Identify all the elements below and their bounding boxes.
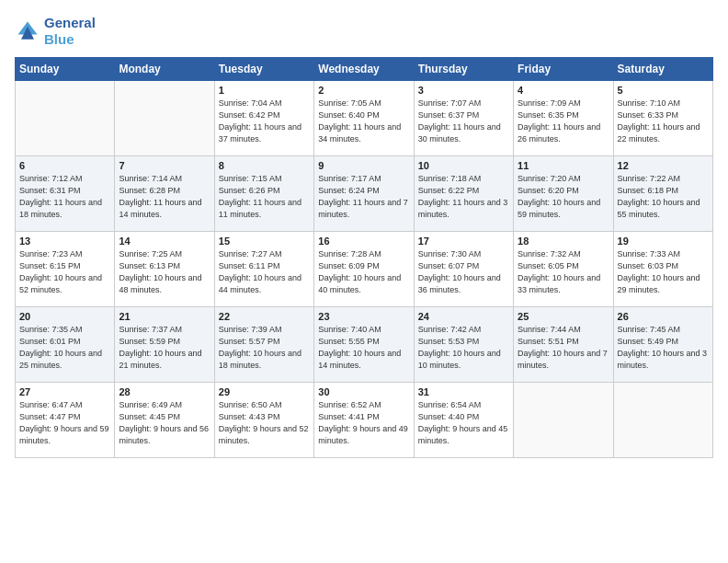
day-info: Sunrise: 7:45 AM Sunset: 5:49 PM Dayligh… <box>618 324 709 372</box>
day-number: 18 <box>518 236 609 247</box>
day-number: 8 <box>219 160 310 171</box>
day-cell: 5Sunrise: 7:10 AM Sunset: 6:33 PM Daylig… <box>613 81 712 156</box>
day-cell: 28Sunrise: 6:49 AM Sunset: 4:45 PM Dayli… <box>115 383 214 458</box>
day-number: 20 <box>19 311 110 322</box>
day-info: Sunrise: 7:22 AM Sunset: 6:18 PM Dayligh… <box>618 173 709 221</box>
week-row-1: 1Sunrise: 7:04 AM Sunset: 6:42 PM Daylig… <box>16 81 713 156</box>
day-info: Sunrise: 7:37 AM Sunset: 5:59 PM Dayligh… <box>119 324 210 372</box>
day-number: 5 <box>618 85 709 96</box>
day-cell: 19Sunrise: 7:33 AM Sunset: 6:03 PM Dayli… <box>613 232 712 307</box>
day-cell: 29Sunrise: 6:50 AM Sunset: 4:43 PM Dayli… <box>214 383 313 458</box>
day-cell <box>514 383 613 458</box>
day-info: Sunrise: 7:42 AM Sunset: 5:53 PM Dayligh… <box>418 324 509 372</box>
weekday-header-friday: Friday <box>514 58 613 81</box>
day-cell: 12Sunrise: 7:22 AM Sunset: 6:18 PM Dayli… <box>613 156 712 232</box>
day-cell: 2Sunrise: 7:05 AM Sunset: 6:40 PM Daylig… <box>314 81 414 156</box>
day-number: 7 <box>119 160 210 171</box>
day-info: Sunrise: 6:54 AM Sunset: 4:40 PM Dayligh… <box>418 399 509 447</box>
day-cell: 27Sunrise: 6:47 AM Sunset: 4:47 PM Dayli… <box>16 383 115 458</box>
day-cell: 6Sunrise: 7:12 AM Sunset: 6:31 PM Daylig… <box>16 156 115 232</box>
week-row-5: 27Sunrise: 6:47 AM Sunset: 4:47 PM Dayli… <box>16 383 713 458</box>
week-row-3: 13Sunrise: 7:23 AM Sunset: 6:15 PM Dayli… <box>16 232 713 307</box>
day-info: Sunrise: 7:15 AM Sunset: 6:26 PM Dayligh… <box>219 173 310 221</box>
day-number: 9 <box>318 160 409 171</box>
day-cell: 13Sunrise: 7:23 AM Sunset: 6:15 PM Dayli… <box>16 232 115 307</box>
day-number: 11 <box>518 160 609 171</box>
day-number: 24 <box>418 311 509 322</box>
day-info: Sunrise: 7:10 AM Sunset: 6:33 PM Dayligh… <box>618 98 709 145</box>
weekday-header-saturday: Saturday <box>613 58 712 81</box>
day-cell: 15Sunrise: 7:27 AM Sunset: 6:11 PM Dayli… <box>214 232 313 307</box>
day-cell: 16Sunrise: 7:28 AM Sunset: 6:09 PM Dayli… <box>314 232 414 307</box>
day-number: 17 <box>418 236 509 247</box>
day-info: Sunrise: 7:20 AM Sunset: 6:20 PM Dayligh… <box>518 173 609 221</box>
day-number: 25 <box>518 311 609 322</box>
day-cell: 11Sunrise: 7:20 AM Sunset: 6:20 PM Dayli… <box>514 156 613 232</box>
day-info: Sunrise: 7:39 AM Sunset: 5:57 PM Dayligh… <box>219 324 310 372</box>
week-row-4: 20Sunrise: 7:35 AM Sunset: 6:01 PM Dayli… <box>16 307 713 383</box>
day-info: Sunrise: 7:32 AM Sunset: 6:05 PM Dayligh… <box>518 248 609 296</box>
page: General Blue SundayMondayTuesdayWednesda… <box>0 0 728 467</box>
logo-text: General Blue <box>44 15 96 48</box>
day-cell: 20Sunrise: 7:35 AM Sunset: 6:01 PM Dayli… <box>16 307 115 383</box>
weekday-header-sunday: Sunday <box>16 58 115 81</box>
day-number: 31 <box>418 386 509 397</box>
weekday-header-monday: Monday <box>115 58 214 81</box>
day-number: 26 <box>618 311 709 322</box>
day-cell: 26Sunrise: 7:45 AM Sunset: 5:49 PM Dayli… <box>613 307 712 383</box>
day-cell: 24Sunrise: 7:42 AM Sunset: 5:53 PM Dayli… <box>414 307 513 383</box>
weekday-header-tuesday: Tuesday <box>214 58 313 81</box>
day-number: 28 <box>119 386 210 397</box>
day-number: 6 <box>19 160 110 171</box>
day-cell: 23Sunrise: 7:40 AM Sunset: 5:55 PM Dayli… <box>314 307 414 383</box>
day-cell: 8Sunrise: 7:15 AM Sunset: 6:26 PM Daylig… <box>214 156 313 232</box>
weekday-header-row: SundayMondayTuesdayWednesdayThursdayFrid… <box>16 58 713 81</box>
day-number: 15 <box>219 236 310 247</box>
weekday-header-wednesday: Wednesday <box>314 58 414 81</box>
day-number: 22 <box>219 311 310 322</box>
day-number: 30 <box>318 386 409 397</box>
day-info: Sunrise: 7:14 AM Sunset: 6:28 PM Dayligh… <box>119 173 210 221</box>
day-cell: 31Sunrise: 6:54 AM Sunset: 4:40 PM Dayli… <box>414 383 513 458</box>
day-info: Sunrise: 7:17 AM Sunset: 6:24 PM Dayligh… <box>318 173 409 221</box>
calendar-table: SundayMondayTuesdayWednesdayThursdayFrid… <box>15 57 713 458</box>
day-cell: 14Sunrise: 7:25 AM Sunset: 6:13 PM Dayli… <box>115 232 214 307</box>
day-info: Sunrise: 7:07 AM Sunset: 6:37 PM Dayligh… <box>418 98 509 145</box>
day-number: 21 <box>119 311 210 322</box>
day-info: Sunrise: 7:44 AM Sunset: 5:51 PM Dayligh… <box>518 324 609 372</box>
logo-icon <box>15 18 40 44</box>
day-info: Sunrise: 7:25 AM Sunset: 6:13 PM Dayligh… <box>119 248 210 296</box>
day-number: 14 <box>119 236 210 247</box>
day-number: 12 <box>618 160 709 171</box>
day-cell: 17Sunrise: 7:30 AM Sunset: 6:07 PM Dayli… <box>414 232 513 307</box>
day-cell: 7Sunrise: 7:14 AM Sunset: 6:28 PM Daylig… <box>115 156 214 232</box>
logo: General Blue <box>15 15 96 48</box>
day-info: Sunrise: 7:30 AM Sunset: 6:07 PM Dayligh… <box>418 248 509 296</box>
day-info: Sunrise: 7:28 AM Sunset: 6:09 PM Dayligh… <box>318 248 409 296</box>
day-number: 27 <box>19 386 110 397</box>
day-info: Sunrise: 7:04 AM Sunset: 6:42 PM Dayligh… <box>219 98 310 145</box>
day-info: Sunrise: 7:35 AM Sunset: 6:01 PM Dayligh… <box>19 324 110 372</box>
day-info: Sunrise: 7:18 AM Sunset: 6:22 PM Dayligh… <box>418 173 509 221</box>
day-number: 16 <box>318 236 409 247</box>
day-number: 1 <box>219 85 310 96</box>
day-info: Sunrise: 7:05 AM Sunset: 6:40 PM Dayligh… <box>318 98 409 145</box>
day-cell <box>613 383 712 458</box>
day-cell: 10Sunrise: 7:18 AM Sunset: 6:22 PM Dayli… <box>414 156 513 232</box>
day-cell: 4Sunrise: 7:09 AM Sunset: 6:35 PM Daylig… <box>514 81 613 156</box>
day-number: 19 <box>618 236 709 247</box>
day-number: 2 <box>318 85 409 96</box>
day-cell: 1Sunrise: 7:04 AM Sunset: 6:42 PM Daylig… <box>214 81 313 156</box>
week-row-2: 6Sunrise: 7:12 AM Sunset: 6:31 PM Daylig… <box>16 156 713 232</box>
header: General Blue <box>15 15 713 48</box>
day-number: 10 <box>418 160 509 171</box>
day-info: Sunrise: 7:33 AM Sunset: 6:03 PM Dayligh… <box>618 248 709 296</box>
day-info: Sunrise: 6:47 AM Sunset: 4:47 PM Dayligh… <box>19 399 110 447</box>
day-cell: 3Sunrise: 7:07 AM Sunset: 6:37 PM Daylig… <box>414 81 513 156</box>
day-number: 3 <box>418 85 509 96</box>
day-cell <box>115 81 214 156</box>
day-cell: 18Sunrise: 7:32 AM Sunset: 6:05 PM Dayli… <box>514 232 613 307</box>
day-number: 23 <box>318 311 409 322</box>
day-number: 13 <box>19 236 110 247</box>
day-info: Sunrise: 7:23 AM Sunset: 6:15 PM Dayligh… <box>19 248 110 296</box>
